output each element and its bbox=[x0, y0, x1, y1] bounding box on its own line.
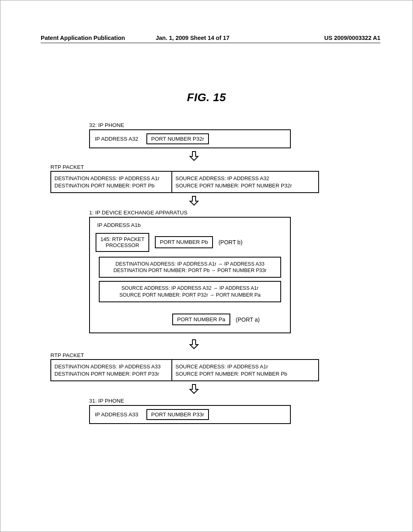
rtp1-dest-addr: DESTINATION ADDRESS: IP ADDRESS A1r bbox=[54, 175, 168, 182]
flow-arrow-icon bbox=[69, 339, 319, 351]
rtp2-src-addr: SOURCE ADDRESS: IP ADDRESS A1r bbox=[175, 363, 315, 370]
processor-l2: PROCESSOR bbox=[106, 242, 139, 248]
header-pub-number: US 2009/0003322 A1 bbox=[260, 35, 380, 41]
flow-arrow-icon bbox=[69, 384, 319, 395]
apparatus-txn2: SOURCE ADDRESS: IP ADDRESS A32 → IP ADDR… bbox=[99, 281, 281, 302]
page-header: Patent Application Publication Jan. 1, 2… bbox=[41, 35, 380, 43]
apparatus-label: 1: IP DEVICE EXCHANGE APPARATUS bbox=[89, 210, 319, 216]
txn2-l1: SOURCE ADDRESS: IP ADDRESS A32 → IP ADDR… bbox=[104, 285, 275, 291]
apparatus-txn1: DESTINATION ADDRESS: IP ADDRESS A1r → IP… bbox=[99, 257, 281, 278]
ip-phone-31-label: 31: IP PHONE bbox=[89, 398, 319, 404]
rtp-packet-2-label: RTP PACKET bbox=[50, 352, 319, 358]
ip-phone-32-port: PORT NUMBER P32r bbox=[146, 133, 209, 144]
ip-phone-31-port: PORT NUMBER P33r bbox=[146, 409, 209, 420]
flow-arrow-icon bbox=[69, 195, 319, 207]
txn1-l1: DESTINATION ADDRESS: IP ADDRESS A1r → IP… bbox=[104, 261, 275, 267]
header-publication: Patent Application Publication bbox=[41, 35, 156, 41]
rtp1-dest-port: DESTINATION PORT NUMBER: PORT Pb bbox=[54, 182, 168, 189]
ip-phone-31-box: IP ADDRESS A33 PORT NUMBER P33r bbox=[89, 405, 291, 424]
rtp-processor-box: 145: RTP PACKET PROCESSOR bbox=[96, 233, 149, 252]
processor-l1: RTP PACKET bbox=[112, 236, 144, 242]
apparatus-port-b-paren: (PORT b) bbox=[219, 239, 242, 246]
txn1-l2: DESTINATION PORT NUMBER: PORT Pb → PORT … bbox=[104, 267, 275, 274]
figure-title: FIG. 15 bbox=[0, 91, 413, 104]
flow-arrow-icon bbox=[69, 151, 319, 162]
apparatus-port-a-paren: (PORT a) bbox=[236, 316, 260, 323]
rtp-packet-1-label: RTP PACKET bbox=[50, 164, 319, 170]
ip-phone-32-addr: IP ADDRESS A32 bbox=[95, 136, 138, 142]
ip-phone-31-addr: IP ADDRESS A33 bbox=[95, 411, 138, 418]
rtp2-dest-addr: DESTINATION ADDRESS: IP ADDRESS A33 bbox=[54, 363, 168, 370]
apparatus-port-b: PORT NUMBER Pb bbox=[155, 236, 213, 248]
rtp1-src-port: SOURCE PORT NUMBER: PORT NUMBER P32r bbox=[175, 182, 315, 189]
apparatus-box: IP ADDRESS A1b 145: RTP PACKET PROCESSOR… bbox=[89, 217, 291, 333]
apparatus-addr: IP ADDRESS A1b bbox=[96, 222, 284, 229]
rtp-packet-2-box: DESTINATION ADDRESS: IP ADDRESS A33 DEST… bbox=[50, 359, 319, 381]
ip-phone-32-box: IP ADDRESS A32 PORT NUMBER P32r bbox=[89, 129, 291, 148]
processor-num: 145: bbox=[100, 236, 111, 242]
header-date-sheet: Jan. 1, 2009 Sheet 14 of 17 bbox=[156, 35, 260, 41]
ip-phone-32-label: 32: IP PHONE bbox=[89, 122, 319, 128]
apparatus-port-a: PORT NUMBER Pa bbox=[172, 314, 230, 326]
rtp1-src-addr: SOURCE ADDRESS: IP ADDRESS A32 bbox=[175, 175, 315, 182]
txn2-l2: SOURCE PORT NUMBER: PORT P32r → PORT NUM… bbox=[104, 292, 275, 298]
figure-diagram: 32: IP PHONE IP ADDRESS A32 PORT NUMBER … bbox=[69, 122, 319, 424]
rtp-packet-1-box: DESTINATION ADDRESS: IP ADDRESS A1r DEST… bbox=[50, 171, 319, 193]
rtp2-src-port: SOURCE PORT NUMBER: PORT NUMBER Pb bbox=[175, 370, 315, 378]
rtp2-dest-port: DESTINATION PORT NUMBER: PORT P33r bbox=[54, 370, 168, 378]
